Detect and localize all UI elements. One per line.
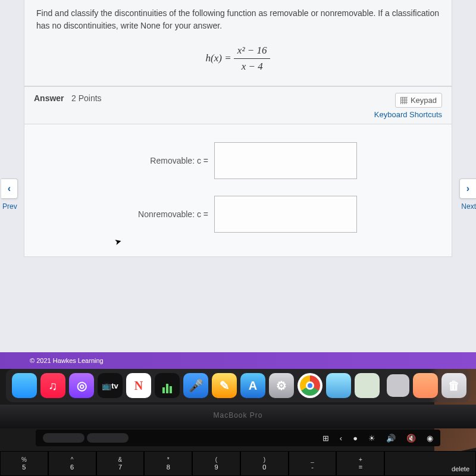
macos-dock[interactable]: ♫ ◎ 📺tv 🎤 ✎ A ⚙ 🗑 (6, 369, 470, 402)
key-7[interactable]: &7 (96, 451, 145, 476)
keyboard-shortcuts-link[interactable]: Keyboard Shortcuts (374, 110, 442, 119)
key-minus[interactable]: _- (289, 451, 337, 476)
appletv-icon[interactable]: 📺tv (98, 373, 123, 398)
next-button[interactable]: › (459, 178, 476, 199)
next-label[interactable]: Next (461, 202, 476, 211)
music-icon[interactable]: ♫ (40, 373, 65, 398)
prev-label[interactable]: Prev (2, 202, 17, 211)
keyboard-row[interactable]: %5 ^6 &7 *8 (9 )0 _- += delete (0, 451, 476, 476)
equation-numerator: x² − 16 (234, 43, 271, 59)
touchbar-app-control[interactable] (43, 433, 84, 443)
chrome-icon[interactable] (298, 373, 322, 398)
equation-lhs: h(x) = (206, 52, 231, 64)
stocks-icon[interactable] (155, 373, 180, 398)
touchbar-siri-icon[interactable]: ◉ (427, 434, 433, 443)
app-icon[interactable] (355, 373, 380, 398)
nonremovable-label: Nonremovable: c = (119, 209, 208, 219)
touchbar-app-control[interactable] (87, 433, 129, 443)
removable-input[interactable] (214, 142, 357, 179)
touchbar-back-icon[interactable]: ‹ (340, 434, 342, 443)
removable-label: Removable: c = (119, 156, 208, 165)
key-9[interactable]: (9 (192, 451, 240, 476)
touchbar-expand-icon[interactable]: ⊞ (322, 434, 329, 443)
copyright-footer: © 2021 Hawkes Learning (0, 352, 476, 369)
keynote-icon[interactable]: 🎤 (183, 373, 208, 398)
keypad-icon (400, 97, 408, 104)
touch-bar[interactable]: ⊞ ‹ ● ☀ 🔊 🔇 ◉ (36, 430, 440, 446)
notes-icon[interactable]: ✎ (212, 373, 237, 398)
prev-button[interactable]: ‹ (1, 178, 18, 199)
key-5[interactable]: %5 (0, 451, 48, 476)
podcasts-icon[interactable]: ◎ (69, 373, 94, 398)
answer-body: Removable: c = Nonremovable: c = (24, 124, 452, 257)
key-6[interactable]: ^6 (48, 451, 96, 476)
equation: h(x) = x² − 16 x − 4 (36, 32, 440, 80)
equation-denominator: x − 4 (234, 59, 271, 74)
laptop-model-label: MacBook Pro (0, 405, 476, 428)
news-icon[interactable] (126, 373, 151, 398)
touchbar-brightness-icon[interactable]: ☀ (368, 434, 375, 443)
key-equals[interactable]: += (336, 451, 384, 476)
key-0[interactable]: )0 (240, 451, 289, 476)
question-prompt: Find and classify the discontinuities of… (24, 0, 452, 86)
answer-label: Answer (34, 93, 64, 103)
keypad-button[interactable]: Keypad (395, 93, 442, 108)
app-icon[interactable] (413, 373, 438, 398)
question-text: Find and classify the discontinuities of… (36, 8, 439, 30)
key-8[interactable]: *8 (144, 451, 192, 476)
appstore-icon[interactable]: A (240, 373, 265, 398)
touchbar-volume-icon[interactable]: 🔊 (386, 434, 396, 443)
points-label: 2 Points (71, 93, 102, 103)
settings-icon[interactable]: ⚙ (269, 373, 294, 398)
nonremovable-input[interactable] (214, 196, 357, 233)
app-icon[interactable] (326, 373, 351, 398)
touchbar-mute-icon[interactable]: 🔇 (406, 434, 416, 443)
finder-icon[interactable] (12, 373, 37, 398)
answer-header: Answer 2 Points Keypad Keyboard Shortcut… (24, 86, 452, 124)
app-icon[interactable] (387, 374, 409, 397)
trash-icon[interactable]: 🗑 (441, 373, 466, 398)
key-delete[interactable]: delete (384, 451, 476, 476)
touchbar-play-icon[interactable]: ● (353, 434, 358, 443)
